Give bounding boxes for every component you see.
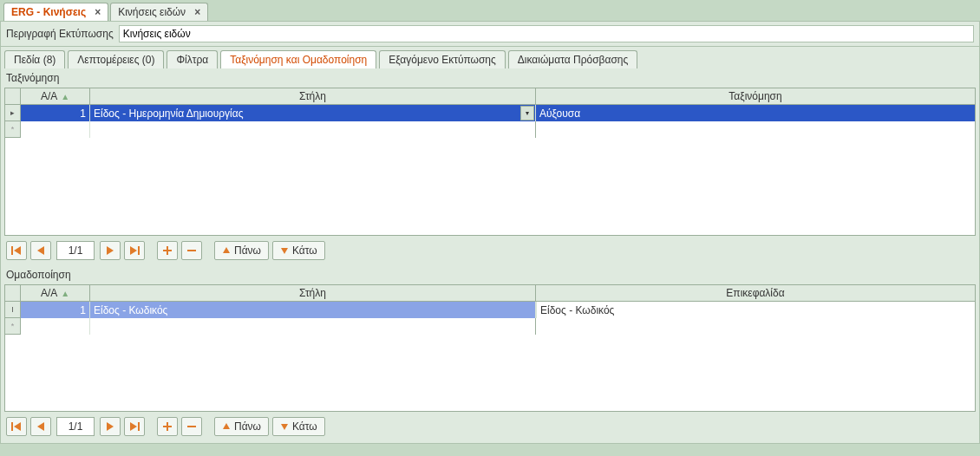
row-indicator-icon: ▸	[5, 105, 21, 121]
svg-marker-20	[223, 423, 230, 429]
group-toolbar: 1/1 Πάνω Κάτω	[4, 412, 976, 438]
svg-marker-21	[281, 424, 288, 430]
description-row: Περιγραφή Εκτύπωσης	[0, 21, 980, 47]
close-icon[interactable]: ×	[95, 6, 101, 18]
page-tab-label: ERG - Κινήσεις	[11, 6, 86, 18]
svg-marker-2	[37, 246, 44, 255]
header-aa[interactable]: Α/Α▲	[21, 88, 90, 104]
section-title-sort: Ταξινόμηση	[4, 70, 976, 88]
svg-rect-0	[11, 246, 13, 255]
group-grid-body: I 1 Είδος - Κωδικός Είδος - Κωδικός *	[5, 302, 975, 411]
sort-grid: Α/Α▲ Στήλη Ταξινόμηση ▸ 1 Είδος - Ημερομ…	[4, 88, 976, 236]
close-icon[interactable]: ×	[194, 6, 200, 18]
move-down-button[interactable]: Κάτω	[272, 241, 325, 260]
svg-marker-9	[223, 247, 230, 253]
svg-marker-10	[281, 248, 288, 254]
remove-button[interactable]	[181, 241, 202, 260]
row-indicator-edit-icon: I	[5, 302, 21, 318]
cell-taxi[interactable]: Αύξουσα	[536, 105, 975, 121]
page-tab-erg[interactable]: ERG - Κινήσεις ×	[3, 3, 108, 21]
cell-aa: 1	[21, 105, 90, 121]
panel-sort-group: Ταξινόμηση Α/Α▲ Στήλη Ταξινόμηση ▸ 1 Είδ…	[0, 68, 980, 444]
description-input[interactable]	[119, 25, 974, 42]
cell-aa: 1	[21, 302, 90, 318]
header-epikef[interactable]: Επικεφαλίδα	[536, 285, 975, 301]
page-tab-label: Κινήσεις ειδών	[118, 6, 186, 18]
table-row-new[interactable]: *	[5, 121, 975, 138]
table-row[interactable]: ▸ 1 Είδος - Ημερομηνία Δημιουργίας ▾ Αύξ…	[5, 105, 975, 121]
page-indicator: 1/1	[56, 241, 95, 260]
move-down-button[interactable]: Κάτω	[272, 417, 325, 436]
cell-stili[interactable]: Είδος - Κωδικός	[90, 302, 536, 318]
first-page-button[interactable]	[6, 241, 27, 260]
svg-marker-15	[130, 422, 137, 431]
sort-asc-icon: ▲	[61, 289, 69, 298]
svg-marker-1	[14, 246, 21, 255]
svg-rect-16	[138, 422, 140, 431]
dropdown-button[interactable]: ▾	[520, 106, 534, 121]
new-row-icon: *	[5, 121, 21, 138]
cell-stili[interactable]: Είδος - Ημερομηνία Δημιουργίας ▾	[90, 105, 536, 121]
inner-tabs: Πεδία (8) Λεπτομέρειες (0) Φίλτρα Ταξινό…	[0, 47, 980, 68]
prev-page-button[interactable]	[30, 241, 51, 260]
tab-sort-group[interactable]: Ταξινόμηση και Ομαδοποίηση	[220, 50, 376, 68]
sort-grid-body: ▸ 1 Είδος - Ημερομηνία Δημιουργίας ▾ Αύξ…	[5, 105, 975, 235]
group-grid: Α/Α▲ Στήλη Επικεφαλίδα I 1 Είδος - Κωδικ…	[4, 284, 976, 412]
last-page-button[interactable]	[124, 241, 145, 260]
header-stili[interactable]: Στήλη	[90, 88, 536, 104]
header-aa[interactable]: Α/Α▲	[21, 285, 90, 301]
sort-grid-header: Α/Α▲ Στήλη Ταξινόμηση	[5, 88, 975, 105]
tab-details[interactable]: Λεπτομέρειες (0)	[68, 50, 164, 68]
move-up-button[interactable]: Πάνω	[214, 241, 269, 260]
prev-page-button[interactable]	[30, 417, 51, 436]
sort-asc-icon: ▲	[61, 92, 69, 101]
tab-fields[interactable]: Πεδία (8)	[4, 50, 65, 68]
move-up-button[interactable]: Πάνω	[214, 417, 269, 436]
add-button[interactable]	[157, 241, 178, 260]
last-page-button[interactable]	[124, 417, 145, 436]
description-label: Περιγραφή Εκτύπωσης	[6, 28, 114, 40]
header-taxi[interactable]: Ταξινόμηση	[536, 88, 975, 104]
svg-marker-12	[14, 422, 21, 431]
next-page-button[interactable]	[100, 417, 121, 436]
svg-marker-4	[130, 246, 137, 255]
header-indicator	[5, 285, 21, 301]
header-stili[interactable]: Στήλη	[90, 285, 536, 301]
tab-export[interactable]: Εξαγόμενο Εκτύπωσης	[379, 50, 506, 68]
page-tabs: ERG - Κινήσεις × Κινήσεις ειδών ×	[0, 0, 980, 21]
remove-button[interactable]	[181, 417, 202, 436]
svg-rect-11	[11, 422, 13, 431]
svg-rect-5	[138, 246, 140, 255]
table-row[interactable]: I 1 Είδος - Κωδικός Είδος - Κωδικός	[5, 302, 975, 318]
tab-filters[interactable]: Φίλτρα	[167, 50, 218, 68]
new-row-icon: *	[5, 318, 21, 335]
svg-marker-14	[107, 422, 114, 431]
sort-toolbar: 1/1 Πάνω Κάτω	[4, 236, 976, 262]
page-indicator: 1/1	[56, 417, 95, 436]
page-tab-kiniseis[interactable]: Κινήσεις ειδών ×	[110, 3, 208, 21]
table-row-new[interactable]: *	[5, 318, 975, 335]
svg-marker-3	[107, 246, 114, 255]
cell-epikef[interactable]: Είδος - Κωδικός	[536, 302, 975, 318]
group-grid-header: Α/Α▲ Στήλη Επικεφαλίδα	[5, 285, 975, 302]
section-title-group: Ομαδοποίηση	[4, 267, 976, 284]
tab-permissions[interactable]: Δικαιώματα Πρόσβασης	[508, 50, 637, 68]
add-button[interactable]	[157, 417, 178, 436]
svg-marker-13	[37, 422, 44, 431]
first-page-button[interactable]	[6, 417, 27, 436]
header-indicator	[5, 88, 21, 104]
next-page-button[interactable]	[100, 241, 121, 260]
